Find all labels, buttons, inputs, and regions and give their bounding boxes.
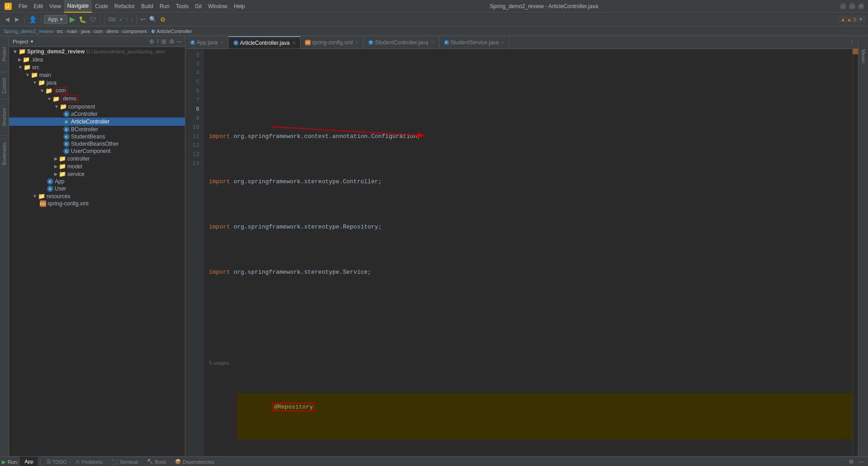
- menu-run[interactable]: Run: [156, 0, 173, 13]
- bottom-tab-terminal[interactable]: ⬛ Terminal: [107, 456, 143, 466]
- tree-item-studentbeans[interactable]: C StudentBeans: [9, 133, 185, 140]
- tab-studentcontroller[interactable]: C StudentController.java ✕: [363, 36, 439, 49]
- maximize-btn[interactable]: □: [849, 3, 855, 10]
- menu-git[interactable]: Git: [192, 0, 205, 13]
- menu-code[interactable]: Code: [92, 0, 111, 13]
- left-tab-bookmarks[interactable]: Bookmarks: [0, 136, 9, 172]
- git-pull-btn[interactable]: ↓: [130, 16, 134, 23]
- debug-btn[interactable]: 🐛: [77, 16, 88, 23]
- bottom-settings-btn[interactable]: ⚙: [846, 458, 857, 465]
- menu-navigate[interactable]: Navigate: [64, 0, 92, 13]
- editor-tab-more[interactable]: ⋮: [845, 39, 858, 46]
- tree-item-model[interactable]: ▶ 📁 model: [9, 162, 185, 170]
- tab-appjava[interactable]: C App.java ✕: [185, 36, 229, 49]
- bc-root[interactable]: Spring_demo2_review: [4, 29, 53, 34]
- tree-item-articlecontroller[interactable]: C ArticleController: [9, 118, 185, 126]
- tree-item-acontroller[interactable]: C aController: [9, 110, 185, 118]
- run-btn[interactable]: ▶: [68, 15, 76, 24]
- tab-close-app[interactable]: ✕: [220, 40, 224, 45]
- menu-tools[interactable]: Tools: [173, 0, 192, 13]
- left-tab-project[interactable]: Project: [0, 36, 9, 72]
- warnings-badge[interactable]: ▲▲ 3 ▼: [838, 16, 865, 23]
- file-tree: ▼ 📁 Spring_demo2_review D:\Java\code\tes…: [9, 47, 185, 456]
- toolbar-separator-5: [137, 15, 137, 24]
- line-numbers: 2 3 4 5 6 7 8 9 10 11 12 13 14: [185, 49, 203, 456]
- undo-btn[interactable]: ↩: [139, 16, 147, 23]
- toolbar-separator-4: [104, 15, 104, 24]
- menu-build[interactable]: Build: [138, 0, 156, 13]
- coverage-btn[interactable]: 🛡: [89, 16, 98, 23]
- menu-file[interactable]: File: [15, 0, 30, 13]
- menu-window[interactable]: Window: [205, 0, 231, 13]
- tab-close-student[interactable]: ✕: [431, 40, 434, 45]
- project-dropdown-icon[interactable]: ▼: [30, 39, 34, 44]
- tab-studentservice[interactable]: C StudentService.java ✕: [439, 36, 510, 49]
- bottom-tab-todo[interactable]: ☰ TODO: [42, 456, 71, 466]
- git-check-btn[interactable]: ✓: [119, 16, 123, 23]
- menu-refactor[interactable]: Refactor: [111, 0, 138, 13]
- bc-java[interactable]: java: [81, 29, 90, 34]
- tree-item-main[interactable]: ▼ 📁 main: [9, 71, 185, 79]
- toolbar-forward-btn[interactable]: ▶: [13, 15, 22, 24]
- tab-close-springconfig[interactable]: ✕: [355, 40, 359, 45]
- left-tab-commit[interactable]: Commit: [0, 72, 9, 100]
- toolbar-back-btn[interactable]: ◀: [3, 15, 12, 24]
- tree-item-idea[interactable]: ▶ 📁 .idea: [9, 56, 185, 63]
- tree-item-springconfig[interactable]: XML spring-config.xml: [9, 200, 185, 207]
- bottom-tab-problems[interactable]: ⚠ Problems: [71, 456, 107, 466]
- project-panel-minimize[interactable]: ─: [177, 38, 181, 45]
- tree-item-user[interactable]: C User: [9, 185, 185, 192]
- tree-item-demo[interactable]: ▼ 📁 demo: [9, 95, 185, 103]
- minimize-btn[interactable]: ─: [840, 3, 846, 10]
- toolbar-separator-1: [24, 15, 24, 24]
- menu-edit[interactable]: Edit: [30, 0, 46, 13]
- bc-main[interactable]: main: [66, 29, 77, 34]
- tree-item-java[interactable]: ▼ 📁 java: [9, 79, 185, 86]
- menu-help[interactable]: Help: [231, 0, 248, 13]
- bc-sep-3: ›: [78, 29, 80, 34]
- maven-tab[interactable]: Maven: [861, 38, 866, 74]
- tree-item-com[interactable]: ▼ 📁 com: [9, 86, 185, 95]
- tree-item-component[interactable]: ▼ 📁 component: [9, 103, 185, 110]
- tab-springconfig[interactable]: XML spring-config.xml ✕: [301, 36, 364, 49]
- toolbar-separator-3: [100, 15, 100, 24]
- tree-root[interactable]: ▼ 📁 Spring_demo2_review D:\Java\code\tes…: [9, 47, 185, 56]
- tree-root-label: Spring_demo2_review: [27, 48, 85, 55]
- search-btn[interactable]: 🔍: [148, 16, 158, 23]
- bottom-tab-dependencies[interactable]: 📦 Dependencies: [170, 456, 219, 466]
- tree-item-src[interactable]: ▼ 📁 src: [9, 63, 185, 71]
- tree-item-app[interactable]: C App: [9, 178, 185, 185]
- tab-articlecontroller[interactable]: C ArticleController.java ✕: [229, 36, 301, 49]
- tree-item-usercomponent[interactable]: C UserComponent: [9, 147, 185, 155]
- tab-close-article[interactable]: ✕: [292, 40, 296, 45]
- tree-item-service[interactable]: ▶ 📁 service: [9, 170, 185, 178]
- menu-view[interactable]: View: [46, 0, 64, 13]
- project-panel-expand[interactable]: ⁞: [157, 38, 159, 45]
- bottom-tab-run[interactable]: App: [20, 456, 38, 466]
- run-config-selector[interactable]: App ▼: [44, 15, 67, 24]
- bc-sep-1: ›: [54, 29, 56, 34]
- close-btn[interactable]: ✕: [858, 3, 864, 10]
- tab-close-service[interactable]: ✕: [501, 40, 505, 45]
- bc-demo[interactable]: demo: [106, 29, 119, 34]
- project-panel-settings[interactable]: ⚙: [169, 38, 175, 45]
- bottom-tab-build[interactable]: 🔨 Build: [142, 456, 170, 466]
- bc-src[interactable]: src: [57, 29, 63, 34]
- bc-com[interactable]: com: [94, 29, 103, 34]
- left-tab-structure[interactable]: Structure: [0, 100, 9, 136]
- code-content[interactable]: import org.springframework.context.annot…: [203, 49, 853, 456]
- tree-item-resources[interactable]: ▼ 📁 resources: [9, 192, 185, 200]
- annotation-repository: @Repository: [272, 403, 315, 411]
- bc-component[interactable]: component: [123, 29, 147, 34]
- toolbar-user-icon[interactable]: 👤: [27, 15, 39, 24]
- settings-icon[interactable]: ⚙: [159, 16, 167, 23]
- tree-item-bcontroller[interactable]: C BController: [9, 126, 185, 133]
- git-push-btn[interactable]: ↑: [124, 16, 129, 23]
- bottom-run-label: Run:: [8, 459, 18, 465]
- bottom-minimize-btn[interactable]: ─: [857, 458, 866, 465]
- project-panel-sort[interactable]: ⊞: [161, 38, 166, 45]
- tree-item-studentbeansother[interactable]: C StudentBeansOther: [9, 140, 185, 147]
- tree-item-controller[interactable]: ▶ 📁 controller: [9, 155, 185, 162]
- svg-text:C: C: [152, 30, 154, 33]
- project-panel-scope[interactable]: ⊕: [149, 38, 154, 45]
